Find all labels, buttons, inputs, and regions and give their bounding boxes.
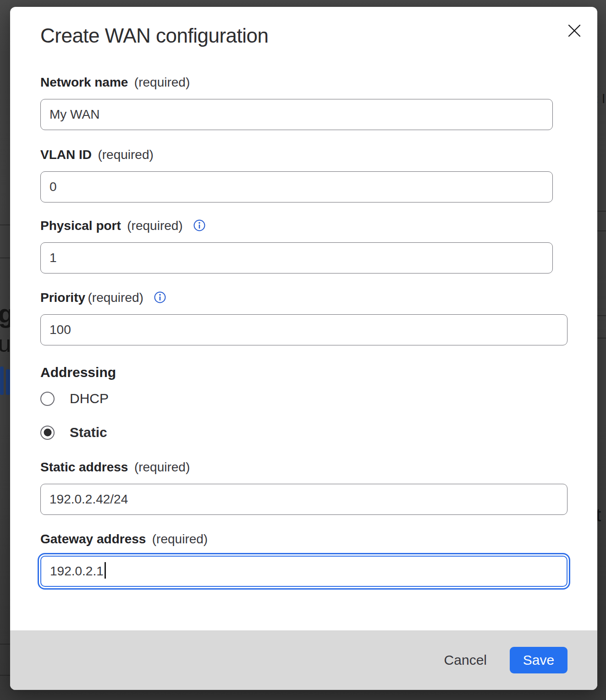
static-address-label: Static address	[40, 460, 128, 474]
text-cursor	[105, 562, 106, 579]
dhcp-radio-label: DHCP	[70, 391, 109, 406]
addressing-heading: Addressing	[40, 365, 116, 380]
info-icon[interactable]	[154, 291, 166, 304]
priority-label: Priority	[40, 290, 85, 305]
static-radio-label: Static	[70, 425, 107, 440]
background-table-line	[0, 224, 10, 225]
info-icon[interactable]	[193, 219, 206, 232]
background-text-fragment: u	[0, 331, 11, 357]
create-wan-dialog: Create WAN configuration Network name (r…	[10, 7, 597, 690]
background-button-fragment	[6, 369, 10, 395]
required-hint: (required)	[127, 219, 182, 233]
physical-port-field-group: Physical port (required)	[40, 218, 553, 273]
required-hint: (required)	[98, 148, 153, 162]
addressing-option-static[interactable]: Static	[40, 425, 107, 440]
background-table-line	[0, 257, 10, 258]
vlan-id-field-group: VLAN ID (required)	[40, 147, 553, 202]
required-hint: (required)	[88, 290, 143, 305]
gateway-address-field-group: Gateway address (required) 192.0.2.1	[40, 531, 567, 587]
close-icon[interactable]	[566, 22, 583, 39]
vlan-id-input[interactable]	[40, 171, 553, 202]
required-hint: (required)	[134, 460, 190, 474]
background-table-line	[0, 644, 10, 645]
save-button[interactable]: Save	[510, 647, 567, 673]
dialog-footer: Cancel Save	[10, 630, 597, 690]
background-table-line	[597, 315, 606, 316]
cancel-button[interactable]: Cancel	[442, 649, 489, 672]
gateway-address-value: 192.0.2.1	[50, 564, 104, 578]
static-address-field-group: Static address (required)	[40, 459, 567, 515]
physical-port-input[interactable]	[40, 242, 553, 273]
gateway-address-input[interactable]: 192.0.2.1	[40, 556, 567, 587]
network-name-field-group: Network name (required)	[40, 74, 553, 130]
required-hint: (required)	[152, 532, 208, 546]
background-table-line	[597, 230, 606, 231]
required-hint: (required)	[134, 75, 190, 89]
radio-unselected-icon[interactable]	[40, 392, 55, 406]
network-name-label: Network name	[40, 75, 128, 89]
background-button-fragment	[0, 366, 4, 395]
radio-selected-icon[interactable]	[40, 426, 55, 440]
vlan-id-label: VLAN ID	[40, 148, 92, 162]
priority-field-group: Priority (required)	[40, 290, 567, 345]
gateway-address-label: Gateway address	[40, 532, 146, 546]
physical-port-label: Physical port	[40, 219, 121, 233]
static-address-input[interactable]	[40, 484, 567, 515]
background-table-line	[0, 675, 10, 676]
addressing-option-dhcp[interactable]: DHCP	[40, 391, 109, 406]
background-table-line	[597, 211, 606, 212]
priority-input[interactable]	[40, 314, 567, 345]
network-name-input[interactable]	[40, 99, 553, 130]
dialog-title: Create WAN configuration	[40, 24, 268, 47]
background-table-line	[597, 338, 606, 339]
